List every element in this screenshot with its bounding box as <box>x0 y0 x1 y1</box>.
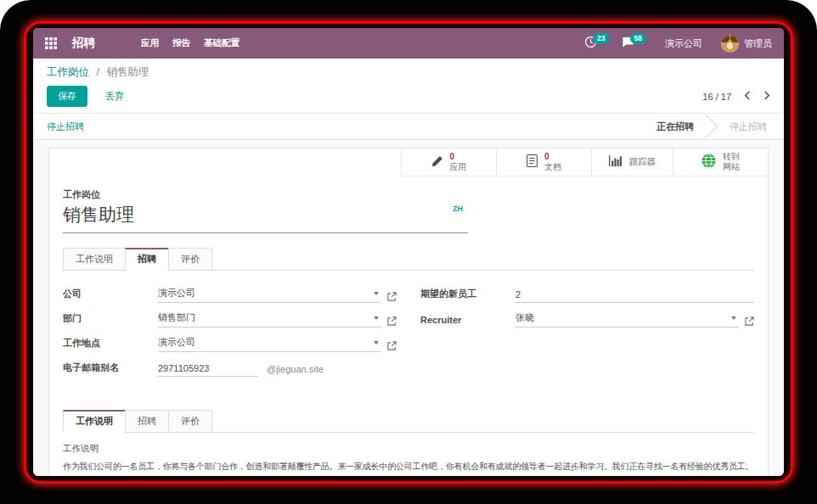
field-department[interactable]: 销售部门 <box>158 311 381 328</box>
save-button[interactable]: 保存 <box>47 86 87 107</box>
job-position-field-label: 工作岗位 <box>63 188 754 201</box>
external-link-icon[interactable] <box>387 292 397 303</box>
discard-button[interactable]: 丢弃 <box>94 86 135 107</box>
field-label-recruiter: Recruiter <box>420 315 516 328</box>
field-label-department: 部门 <box>63 312 158 328</box>
top-navbar: 招聘 应用 报告 基础配置 23 58 演示公司 管理员 <box>33 28 784 59</box>
stat-label: 应用 <box>450 162 467 172</box>
field-label-email-alias: 电子邮箱别名 <box>63 361 158 377</box>
field-label-job-location: 工作地点 <box>63 337 158 352</box>
tab-job-description[interactable]: 工作说明 <box>63 248 126 270</box>
tab-recruitment[interactable]: 招聘 <box>125 410 169 432</box>
bar-chart-icon <box>609 155 623 169</box>
user-name: 管理员 <box>744 37 772 50</box>
breadcrumb-separator: / <box>96 66 99 78</box>
activity-count-badge: 23 <box>593 33 609 44</box>
apps-menu-button[interactable] <box>45 35 62 52</box>
breadcrumb-current: 销售助理 <box>106 66 149 78</box>
activities-button[interactable]: 23 <box>584 36 609 51</box>
dropdown-caret-icon[interactable] <box>374 341 379 344</box>
stat-label: 转到 <box>723 152 740 162</box>
field-company[interactable]: 演示公司 <box>158 287 381 303</box>
field-label-expected-employees: 期望的新员工 <box>420 288 516 303</box>
form-fields: 公司 演示公司 部门 <box>63 286 754 384</box>
user-menu[interactable]: 管理员 <box>721 35 772 53</box>
pager: 16 / 17 <box>702 90 770 103</box>
tab-job-description[interactable]: 工作说明 <box>63 410 126 433</box>
form-sheet: 0 应用 0 文档 <box>48 148 769 476</box>
tab-appraisal[interactable]: 评价 <box>168 248 212 270</box>
breadcrumb: 工作岗位 / 销售助理 <box>47 65 770 80</box>
field-recruiter[interactable]: 张晓 <box>516 311 739 328</box>
company-switcher[interactable]: 演示公司 <box>665 37 702 50</box>
email-alias-input[interactable]: 2971105923 <box>158 363 258 377</box>
dropdown-caret-icon[interactable] <box>374 316 379 320</box>
globe-icon <box>701 154 716 171</box>
external-link-icon[interactable] <box>387 316 397 328</box>
statusbar: 停止招聘 正在招聘 停止招聘 <box>33 113 784 140</box>
stat-label: 文档 <box>544 162 561 172</box>
stat-button-tracker[interactable]: 跟踪器 <box>591 148 673 176</box>
dropdown-caret-icon[interactable] <box>374 292 379 295</box>
app-title[interactable]: 招聘 <box>72 36 95 51</box>
stop-recruitment-button[interactable]: 停止招聘 <box>47 120 84 133</box>
breadcrumb-parent[interactable]: 工作岗位 <box>47 66 89 78</box>
status-step-recruiting[interactable]: 正在招聘 <box>640 114 706 139</box>
grid-icon <box>45 39 57 52</box>
messages-button[interactable]: 58 <box>622 36 646 51</box>
stat-label: 跟踪器 <box>629 156 656 168</box>
menu-apps[interactable]: 应用 <box>134 37 166 49</box>
message-count-badge: 58 <box>630 33 646 44</box>
form-view-container: 0 应用 0 文档 <box>33 140 784 476</box>
stat-button-row: 0 应用 0 文档 <box>49 148 768 176</box>
status-steps: 正在招聘 停止招聘 <box>640 114 780 139</box>
pencil-icon <box>431 155 443 170</box>
field-job-location[interactable]: 演示公司 <box>158 336 381 352</box>
stat-button-applications[interactable]: 0 应用 <box>401 148 496 176</box>
notebook-tabs-top: 工作说明 招聘 评价 <box>63 248 754 271</box>
stat-button-go-to-website[interactable]: 转到 网站 <box>673 148 768 176</box>
field-label-company: 公司 <box>63 288 158 303</box>
stat-button-documents[interactable]: 0 文档 <box>496 148 591 176</box>
pager-next-button[interactable] <box>763 90 770 103</box>
app-window: 招聘 应用 报告 基础配置 23 58 演示公司 管理员 <box>33 28 784 476</box>
status-step-not-recruiting[interactable]: 停止招聘 <box>706 114 780 139</box>
stat-value: 0 <box>544 152 549 162</box>
field-expected-employees[interactable]: 2 <box>516 289 754 303</box>
document-icon <box>527 154 538 170</box>
chevron-right-icon <box>763 90 770 103</box>
tab-recruitment[interactable]: 招聘 <box>125 248 169 271</box>
description-paragraph: 作为我们公司的一名员工，你将与各个部门合作，创造和部署颠覆性产品。来一家成长中的… <box>63 461 754 473</box>
job-description-editor[interactable]: 工作说明 作为我们公司的一名员工，你将与各个部门合作，创造和部署颠覆性产品。来一… <box>63 443 754 476</box>
navbar-systray: 23 58 演示公司 管理员 <box>572 35 772 53</box>
notebook-tabs-bottom: 工作说明 招聘 评价 <box>63 410 754 433</box>
pager-previous-button[interactable] <box>744 90 751 103</box>
menu-reports[interactable]: 报告 <box>166 37 197 49</box>
pager-value: 16 / 17 <box>702 92 731 102</box>
stat-value: 0 <box>450 152 455 162</box>
menu-configuration[interactable]: 基础配置 <box>197 37 246 49</box>
dropdown-caret-icon[interactable] <box>731 316 736 320</box>
external-link-icon[interactable] <box>745 316 754 328</box>
description-heading: 工作说明 <box>63 443 754 455</box>
translation-badge[interactable]: ZH <box>453 204 463 213</box>
stat-label: 网站 <box>723 162 740 172</box>
control-panel: 工作岗位 / 销售助理 保存 丢弃 16 / 17 <box>33 59 784 113</box>
job-title-input[interactable]: 销售助理 ZH <box>63 201 468 233</box>
avatar <box>721 35 739 53</box>
external-link-icon[interactable] <box>387 341 397 352</box>
chevron-left-icon <box>744 90 751 103</box>
email-alias-domain: @jieguan.site <box>267 364 324 377</box>
job-title-value: 销售助理 <box>63 204 134 224</box>
tab-appraisal[interactable]: 评价 <box>168 410 212 432</box>
